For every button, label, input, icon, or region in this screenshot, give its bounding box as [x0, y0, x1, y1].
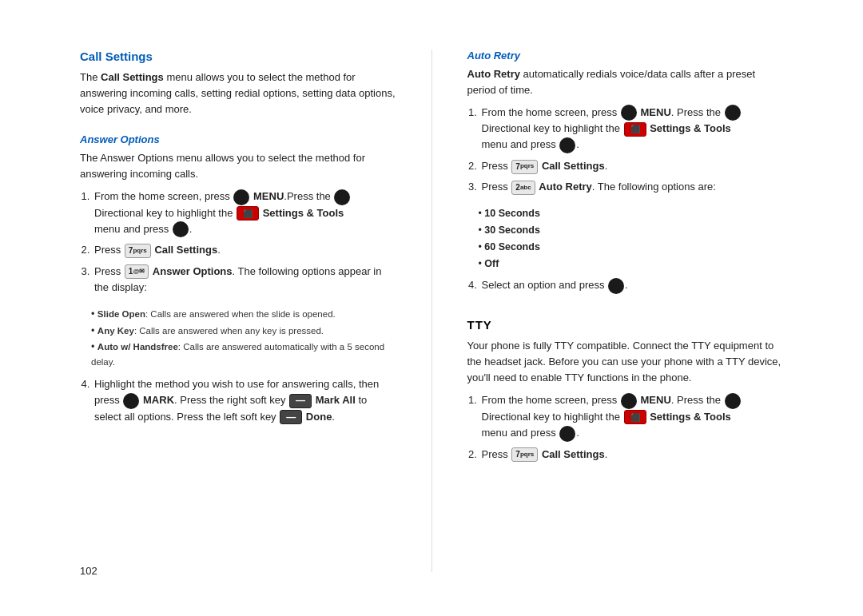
right-column: Auto Retry Auto Retry automatically redi…	[467, 50, 784, 572]
ok-circle-r1	[559, 137, 575, 153]
menu-circle-r1	[621, 105, 637, 121]
auto-retry-step-3: Press 2abc Auto Retry. The following opt…	[480, 179, 784, 195]
column-divider	[432, 50, 432, 572]
two-column-layout: Call Settings The Call Settings menu all…	[80, 50, 783, 572]
key-7-tty: 7pqrs	[511, 447, 538, 462]
bullet-any-key: Any Key: Calls are answered when any key…	[89, 324, 396, 339]
bullet-slide-open: Slide Open: Calls are answered when the …	[89, 307, 396, 322]
auto-retry-steps: From the home screen, press MENU. Press …	[467, 105, 784, 201]
auto-retry-intro: Auto Retry automatically redials voice/d…	[467, 66, 784, 98]
tty-step-1: From the home screen, press MENU. Press …	[480, 392, 784, 441]
settings-tools-key-r: ⬛	[624, 122, 646, 137]
done-key: —	[280, 410, 302, 424]
page: Call Settings The Call Settings menu all…	[48, 21, 815, 596]
dir-circle-tty	[725, 393, 741, 409]
ok-circle-tty	[559, 426, 575, 442]
ok-circle-r4	[608, 278, 624, 294]
auto-retry-subtitle: Auto Retry	[467, 50, 784, 62]
tty-step-2: Press 7pqrs Call Settings.	[480, 447, 784, 463]
settings-tools-key: ⬛	[237, 206, 259, 221]
menu-button-circle	[233, 189, 249, 205]
page-number: 102	[80, 565, 97, 577]
step-2: Press 7pqrs Call Settings.	[93, 242, 396, 258]
bullet-60sec: 60 Seconds	[477, 240, 784, 255]
bullet-10sec: 10 Seconds	[477, 206, 784, 221]
call-settings-title: Call Settings	[80, 50, 396, 63]
key-7-badge: 7pqrs	[125, 244, 151, 258]
tty-title: TTY	[467, 318, 784, 332]
mark-all-key: —	[289, 394, 312, 408]
key-7-r2: 7pqrs	[511, 160, 538, 174]
answer-options-steps: From the home screen, press MENU.Press t…	[80, 189, 396, 300]
key-1-badge: 1@✉	[125, 264, 149, 279]
call-settings-intro: The Call Settings menu allows you to sel…	[80, 70, 396, 117]
tty-steps: From the home screen, press MENU. Press …	[467, 392, 784, 467]
key-2-badge: 2abc	[511, 181, 535, 195]
ok-circle-1	[173, 221, 189, 237]
mark-circle	[123, 393, 139, 409]
menu-circle-tty	[621, 393, 637, 409]
auto-retry-select: Select an option and press .	[480, 277, 784, 294]
left-column: Call Settings The Call Settings menu all…	[80, 50, 396, 572]
dir-circle-r1	[725, 105, 741, 121]
answer-options-step4: Highlight the method you wish to use for…	[80, 376, 396, 430]
directional-circle-1	[334, 189, 350, 205]
auto-retry-step-2: Press 7pqrs Call Settings.	[480, 158, 784, 174]
auto-retry-bullets: 10 Seconds 30 Seconds 60 Seconds Off	[467, 206, 784, 272]
bullet-auto-handsfree: Auto w/ Handsfree: Calls are answered au…	[89, 340, 396, 370]
bullet-off: Off	[477, 256, 784, 272]
step-1: From the home screen, press MENU.Press t…	[93, 189, 396, 237]
step-4: Highlight the method you wish to use for…	[93, 376, 396, 425]
answer-options-subtitle: Answer Options	[80, 133, 396, 145]
auto-retry-step-1: From the home screen, press MENU. Press …	[480, 105, 784, 153]
step-3: Press 1@✉ Answer Options. The following …	[93, 264, 396, 296]
settings-tools-key-tty: ⬛	[624, 410, 646, 424]
bullet-30sec: 30 Seconds	[477, 223, 784, 238]
answer-options-bullets: Slide Open: Calls are answered when the …	[80, 307, 396, 372]
tty-intro: Your phone is fully TTY compatible. Conn…	[467, 338, 784, 386]
auto-retry-step4: Select an option and press .	[467, 277, 784, 299]
answer-options-intro: The Answer Options menu allows you to se…	[80, 150, 396, 182]
